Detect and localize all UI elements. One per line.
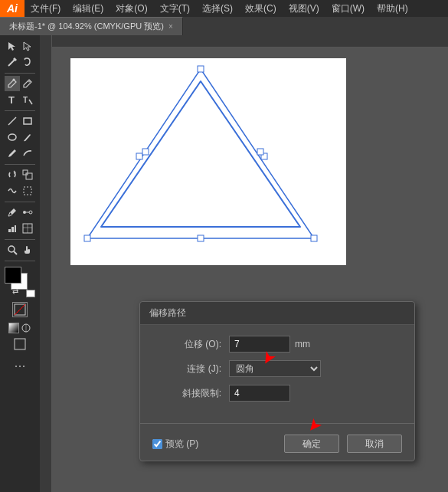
- tool-scale[interactable]: [20, 167, 35, 182]
- art-canvas: [70, 58, 346, 265]
- offset-unit: mm: [295, 339, 310, 349]
- menu-object[interactable]: 对象(O): [110, 0, 153, 17]
- svg-point-14: [29, 211, 32, 214]
- svg-rect-32: [136, 153, 142, 159]
- canvas-svg: [70, 58, 331, 257]
- svg-rect-29: [198, 66, 204, 72]
- tool-blend[interactable]: [20, 205, 35, 220]
- menu-items: 文件(F) 编辑(E) 对象(O) 文字(T) 选择(S) 效果(C) 视图(V…: [25, 0, 414, 17]
- dialog-body: 位移 (O): mm 连接 (J): 圆角 斜接 斜切 斜接限制:: [140, 325, 414, 417]
- reset-colors-icon[interactable]: [26, 290, 35, 297]
- menu-help[interactable]: 帮助(H): [371, 0, 414, 17]
- svg-line-0: [8, 60, 15, 66]
- tool-lasso[interactable]: [20, 54, 35, 70]
- menu-select[interactable]: 选择(S): [196, 0, 239, 17]
- offset-row: 位移 (O): mm: [152, 336, 402, 353]
- svg-line-25: [15, 304, 25, 315]
- svg-rect-30: [84, 235, 90, 241]
- tool-separator-1: [5, 73, 35, 74]
- svg-rect-17: [11, 227, 14, 232]
- svg-rect-31: [311, 235, 317, 241]
- preview-checkbox-label[interactable]: 预览 (P): [152, 438, 276, 451]
- main-layout: + T T: [0, 35, 448, 492]
- ok-button[interactable]: 确定: [284, 435, 339, 453]
- svg-line-7: [8, 117, 16, 125]
- tool-eyedropper[interactable]: [5, 205, 20, 220]
- svg-rect-10: [23, 170, 28, 175]
- menu-text[interactable]: 文字(T): [154, 0, 196, 17]
- dialog-separator: [140, 423, 414, 424]
- menu-edit[interactable]: 编辑(E): [67, 0, 110, 17]
- tool-separator-6: [5, 261, 35, 261]
- tool-magic-wand[interactable]: [5, 54, 20, 70]
- menu-window[interactable]: 窗口(W): [325, 0, 371, 17]
- svg-rect-34: [198, 235, 204, 241]
- svg-rect-8: [24, 118, 31, 124]
- menu-file[interactable]: 文件(F): [25, 0, 67, 17]
- join-select[interactable]: 圆角 斜接 斜切: [229, 360, 321, 377]
- menu-view[interactable]: 视图(V): [283, 0, 325, 17]
- tool-pencil[interactable]: [5, 146, 20, 161]
- pattern-icon[interactable]: [21, 323, 31, 333]
- tool-pen[interactable]: [5, 76, 20, 91]
- color-selector[interactable]: ⇄: [5, 267, 35, 297]
- svg-text:T: T: [23, 96, 28, 104]
- tool-line[interactable]: [5, 113, 20, 129]
- preview-checkbox[interactable]: [152, 439, 162, 449]
- offset-label: 位移 (O):: [152, 338, 221, 351]
- tool-separator-5: [5, 239, 35, 240]
- tab-close-icon[interactable]: ×: [168, 22, 173, 31]
- menu-effect[interactable]: 效果(C): [239, 0, 283, 17]
- tool-ellipse[interactable]: [5, 130, 20, 145]
- tool-paintbrush[interactable]: [20, 130, 35, 145]
- svg-point-9: [8, 134, 16, 140]
- svg-line-6: [29, 100, 32, 104]
- svg-point-22: [8, 246, 15, 252]
- tool-smooth[interactable]: [20, 146, 35, 161]
- document-tab[interactable]: 未标题-1* @ 104.92% (CMYK/GPU 预览) ×: [0, 17, 183, 35]
- app-logo: Ai: [0, 0, 25, 17]
- tool-rotate[interactable]: [5, 167, 20, 182]
- tool-hand[interactable]: [20, 242, 35, 257]
- svg-point-2: [13, 79, 15, 81]
- tool-direct-selection[interactable]: [20, 38, 35, 54]
- vertical-ruler: [40, 35, 52, 492]
- offset-path-dialog: 偏移路径 位移 (O): mm 连接 (J): 圆角 斜接 斜切 斜接限制:: [139, 301, 415, 461]
- screen-mode-icon[interactable]: [12, 336, 28, 352]
- tool-separator-2: [5, 110, 35, 111]
- cancel-button[interactable]: 取消: [347, 435, 402, 453]
- left-toolbar: + T T: [0, 35, 40, 492]
- tool-text[interactable]: T: [5, 92, 20, 107]
- no-fill-icon[interactable]: [12, 302, 28, 317]
- tool-zoom[interactable]: [5, 242, 20, 257]
- foreground-color[interactable]: [5, 267, 21, 284]
- menu-bar: Ai 文件(F) 编辑(E) 对象(O) 文字(T) 选择(S) 效果(C) 视…: [0, 0, 448, 17]
- svg-text:T: T: [8, 94, 15, 105]
- more-tools-button[interactable]: ···: [14, 358, 25, 374]
- svg-line-23: [14, 251, 17, 254]
- tool-rectangle[interactable]: [20, 113, 35, 129]
- join-row: 连接 (J): 圆角 斜接 斜切: [152, 360, 402, 377]
- gradient-icon[interactable]: [8, 323, 19, 333]
- canvas-area: 软件自学网 www.Ruzxw.com 偏移路径 位移 (O): mm 连接 (…: [40, 35, 448, 492]
- tool-selection[interactable]: [5, 38, 20, 54]
- tool-warp[interactable]: [5, 183, 20, 198]
- svg-rect-35: [142, 149, 149, 155]
- miter-input[interactable]: [229, 385, 290, 402]
- tool-add-anchor[interactable]: +: [20, 76, 35, 91]
- svg-rect-11: [26, 173, 32, 179]
- tool-chart[interactable]: [5, 221, 20, 236]
- svg-rect-36: [257, 149, 263, 155]
- horizontal-ruler: [52, 35, 448, 48]
- preview-label-text: 预览 (P): [165, 438, 198, 451]
- swap-colors-icon[interactable]: ⇄: [12, 287, 18, 296]
- miter-label: 斜接限制:: [152, 387, 221, 400]
- svg-rect-12: [24, 187, 31, 195]
- tool-free-transform[interactable]: [20, 183, 35, 198]
- join-label: 连接 (J):: [152, 362, 221, 376]
- offset-input[interactable]: [229, 336, 290, 353]
- tab-title: 未标题-1* @ 104.92% (CMYK/GPU 预览): [9, 21, 164, 32]
- tool-touch-text[interactable]: T: [20, 92, 35, 107]
- tool-slice[interactable]: [20, 221, 35, 236]
- view-mode-icons: [12, 336, 28, 352]
